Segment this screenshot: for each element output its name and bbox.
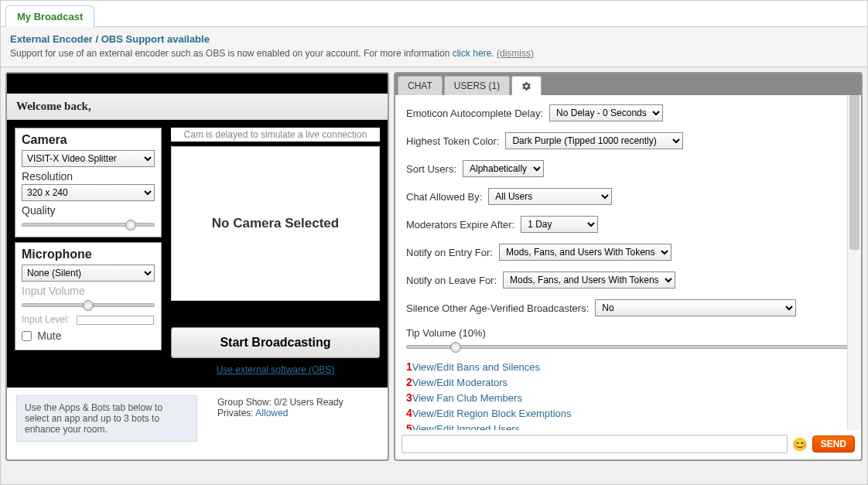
welcome-bar: Welcome back, bbox=[7, 94, 388, 120]
emoticon-label: Emoticon Autocomplete Delay: bbox=[406, 108, 543, 119]
list-item: 1View/Edit Bans and Silences bbox=[406, 360, 850, 373]
sort-label: Sort Users: bbox=[406, 163, 456, 175]
emoji-icon[interactable]: 😊 bbox=[792, 437, 808, 452]
resolution-label: Resolution bbox=[22, 170, 155, 183]
tip-volume-slider[interactable] bbox=[406, 345, 850, 349]
notify-leave-select[interactable]: Mods, Fans, and Users With Tokens bbox=[503, 272, 675, 289]
list-item: 4View/Edit Region Block Exemptions bbox=[406, 407, 850, 419]
group-show-status: Group Show: 0/2 Users Ready bbox=[217, 397, 343, 408]
microphone-panel: Microphone None (Silent) Input Volume In… bbox=[15, 242, 162, 350]
resolution-select[interactable]: 320 x 240 bbox=[22, 184, 155, 201]
input-volume-label: Input Volume bbox=[22, 285, 155, 297]
ignored-link[interactable]: View/Edit Ignored Users bbox=[412, 423, 520, 430]
start-broadcasting-button[interactable]: Start Broadcasting bbox=[171, 327, 380, 358]
banner-title: External Encoder / OBS Support available bbox=[10, 33, 858, 45]
moderators-link[interactable]: View/Edit Moderators bbox=[412, 377, 507, 388]
preview-note: Cam is delayed to simulate a live connec… bbox=[171, 128, 380, 142]
gear-icon bbox=[521, 81, 531, 91]
camera-heading: Camera bbox=[22, 133, 155, 147]
input-level-label: Input Level: bbox=[22, 314, 70, 325]
notify-leave-label: Notify on Leave For: bbox=[406, 275, 497, 286]
mute-label: Mute bbox=[37, 330, 61, 342]
apps-tip-box: Use the Apps & Bots tab below to select … bbox=[16, 395, 197, 442]
token-color-label: Highest Token Color: bbox=[406, 135, 499, 147]
camera-device-select[interactable]: VISIT-X Video Splitter bbox=[22, 150, 155, 167]
send-button[interactable]: SEND bbox=[812, 435, 855, 453]
mods-expire-label: Moderators Expire After: bbox=[406, 219, 514, 231]
input-volume-slider[interactable] bbox=[22, 303, 155, 307]
tip-volume-label: Tip Volume (10%) bbox=[406, 327, 850, 339]
quality-label: Quality bbox=[22, 204, 155, 217]
emoticon-select[interactable]: No Delay - 0 Seconds bbox=[549, 104, 663, 121]
mic-heading: Microphone bbox=[22, 248, 155, 261]
bans-link[interactable]: View/Edit Bans and Silences bbox=[412, 361, 540, 373]
chat-allowed-label: Chat Allowed By: bbox=[406, 191, 482, 203]
banner-link[interactable]: click here bbox=[453, 48, 492, 59]
quality-slider[interactable] bbox=[22, 223, 155, 227]
chat-input[interactable] bbox=[402, 435, 788, 453]
banner-text: Support for use of an external encoder s… bbox=[10, 48, 858, 59]
tab-settings[interactable] bbox=[511, 76, 542, 95]
my-broadcast-tab[interactable]: My Broadcast bbox=[5, 5, 94, 27]
list-item: 3View Fan Club Members bbox=[406, 391, 850, 404]
notify-entry-select[interactable]: Mods, Fans, and Users With Tokens bbox=[499, 244, 672, 261]
sort-select[interactable]: Alphabetically bbox=[463, 160, 544, 177]
token-color-select[interactable]: Dark Purple (Tipped 1000 recently) bbox=[505, 132, 683, 149]
fanclub-link[interactable]: View Fan Club Members bbox=[412, 392, 522, 404]
mods-expire-select[interactable]: 1 Day bbox=[521, 216, 598, 233]
camera-panel: Camera VISIT-X Video Splitter Resolution… bbox=[15, 128, 162, 237]
scroll-thumb[interactable] bbox=[849, 95, 859, 250]
list-item: 5View/Edit Ignored Users bbox=[406, 422, 850, 430]
silence-select[interactable]: No bbox=[595, 299, 796, 316]
tab-chat[interactable]: CHAT bbox=[398, 76, 443, 95]
mute-checkbox[interactable] bbox=[22, 331, 32, 341]
mic-device-select[interactable]: None (Silent) bbox=[22, 265, 155, 282]
tab-users[interactable]: USERS (1) bbox=[444, 76, 510, 95]
obs-link[interactable]: Use external software (OBS) bbox=[171, 364, 380, 375]
banner-dismiss[interactable]: (dismiss) bbox=[497, 48, 534, 59]
privates-link[interactable]: Allowed bbox=[255, 408, 288, 418]
region-block-link[interactable]: View/Edit Region Block Exemptions bbox=[412, 408, 572, 419]
privates-label: Privates: bbox=[217, 408, 255, 418]
notify-entry-label: Notify on Entry For: bbox=[406, 247, 493, 258]
scrollbar[interactable] bbox=[847, 95, 861, 430]
input-level-meter bbox=[77, 316, 154, 325]
list-item: 2View/Edit Moderators bbox=[406, 376, 850, 388]
banner-text-pre: Support for use of an external encoder s… bbox=[10, 48, 453, 59]
silence-label: Silence Other Age-Verified Broadcasters: bbox=[406, 302, 589, 314]
chat-allowed-select[interactable]: All Users bbox=[488, 188, 612, 205]
action-list: 1View/Edit Bans and Silences 2View/Edit … bbox=[406, 360, 850, 430]
preview-box: No Camera Selected bbox=[171, 146, 380, 301]
